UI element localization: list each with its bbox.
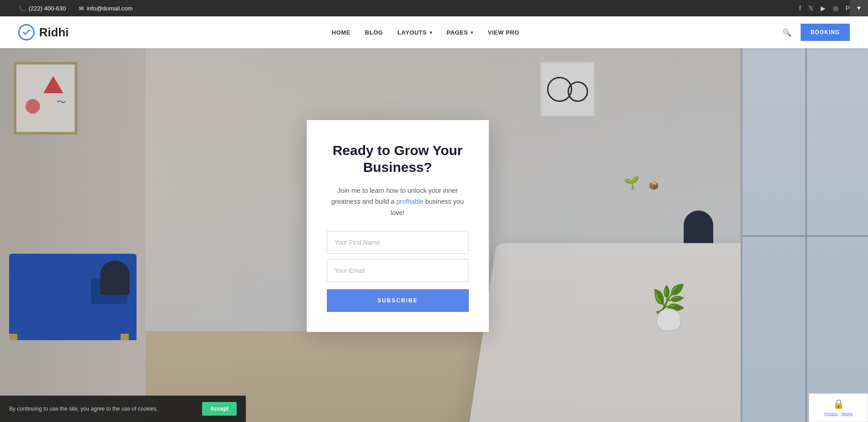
facebook-icon[interactable]: f: [799, 5, 801, 12]
phone-number: (222) 400-630: [29, 5, 66, 12]
topbar-contact: 📞 (222) 400-630 ✉ info@domail.com: [18, 5, 132, 12]
logo-icon: [18, 24, 35, 40]
nav-pages[interactable]: PAGES: [447, 29, 473, 36]
popup-overlay: Ready to Grow Your Business? Join me to …: [0, 48, 868, 422]
recaptcha-logo: 🔒: [815, 398, 862, 409]
booking-button[interactable]: BOOKING: [801, 24, 850, 41]
expand-button[interactable]: ▼: [850, 0, 868, 16]
logo-text: Ridhi: [39, 25, 69, 40]
cookie-accept-button[interactable]: Accept: [202, 402, 237, 416]
email-icon: ✉: [79, 5, 84, 12]
email-info: ✉ info@domail.com: [79, 5, 133, 12]
nav-layouts[interactable]: LAYOUTS: [397, 29, 432, 36]
navbar: Ridhi HOME BLOG LAYOUTS PAGES VIEW PRO 🔍…: [0, 16, 868, 48]
search-icon[interactable]: 🔍: [782, 28, 792, 37]
nav-home[interactable]: HOME: [332, 29, 350, 36]
instagram-icon[interactable]: ◎: [833, 5, 838, 12]
popup-description: Join me to learn how to unlock your inne…: [327, 185, 469, 219]
email-input[interactable]: [327, 259, 469, 282]
hero-section: 〜 🌿 🌱 📦 Ready to Grow Your Busine: [0, 48, 868, 422]
topbar: 📞 (222) 400-630 ✉ info@domail.com f 𝕏 ▶ …: [0, 0, 868, 16]
cookie-bar: By continuing to use the site, you agree…: [0, 396, 246, 422]
first-name-input[interactable]: [327, 231, 469, 254]
cookie-message: By continuing to use the site, you agree…: [9, 405, 195, 413]
nav-links: HOME BLOG LAYOUTS PAGES VIEW PRO: [332, 29, 519, 36]
phone-info: 📞 (222) 400-630: [18, 5, 66, 12]
topbar-socials: f 𝕏 ▶ ◎ P: [799, 5, 850, 12]
expand-icon: ▼: [856, 5, 862, 11]
pinterest-icon[interactable]: P: [846, 5, 850, 12]
terms-link[interactable]: Terms: [841, 412, 853, 416]
youtube-icon[interactable]: ▶: [821, 5, 826, 12]
recaptcha-text: Privacy - Terms: [815, 411, 862, 417]
recaptcha-box: 🔒 Privacy - Terms: [809, 393, 868, 422]
twitter-icon[interactable]: 𝕏: [808, 5, 813, 12]
privacy-link[interactable]: Privacy: [824, 412, 838, 416]
logo[interactable]: Ridhi: [18, 24, 69, 40]
popup-modal: Ready to Grow Your Business? Join me to …: [307, 120, 489, 332]
phone-icon: 📞: [18, 5, 25, 12]
nav-right: 🔍 BOOKING: [782, 24, 850, 41]
popup-desc-highlight: profitable: [396, 198, 424, 205]
nav-viewpro[interactable]: VIEW PRO: [488, 29, 519, 36]
email-address: info@domail.com: [87, 5, 133, 12]
popup-title: Ready to Grow Your Business?: [327, 142, 469, 176]
subscribe-button[interactable]: SUBSCRIBE: [327, 289, 469, 312]
nav-blog[interactable]: BLOG: [365, 29, 383, 36]
